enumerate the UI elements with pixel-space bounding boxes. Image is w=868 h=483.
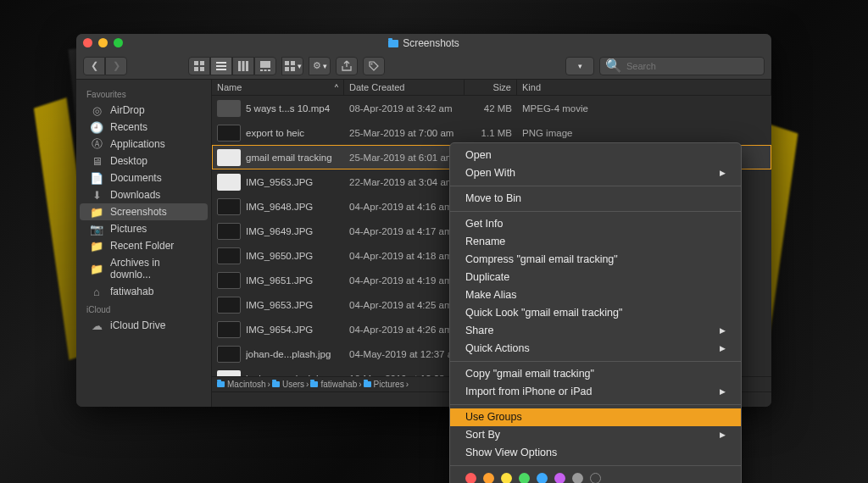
sidebar-item-recent-folder[interactable]: 📁Recent Folder bbox=[80, 237, 208, 254]
menu-item-copy-gmail-email-tracking[interactable]: Copy "gmail email tracking" bbox=[450, 365, 741, 383]
gallery-view-button[interactable] bbox=[254, 57, 276, 75]
sidebar-item-screenshots[interactable]: 📁Screenshots bbox=[80, 203, 208, 220]
arrange-button[interactable]: ▾ bbox=[281, 57, 303, 75]
menu-item-label: Quick Look "gmail email tracking" bbox=[465, 306, 622, 320]
menu-item-label: Rename bbox=[465, 235, 505, 249]
svg-point-18 bbox=[371, 63, 373, 64]
search-input[interactable] bbox=[626, 61, 759, 71]
minimize-button[interactable] bbox=[98, 38, 108, 47]
menu-item-move-to-bin[interactable]: Move to Bin bbox=[450, 190, 741, 208]
action-button[interactable]: ⚙▾ bbox=[309, 57, 331, 75]
sidebar-item-airdrop[interactable]: ◎AirDrop bbox=[80, 102, 208, 119]
table-row[interactable]: export to heic25-Mar-2019 at 7:00 am1.1 … bbox=[212, 120, 771, 145]
sidebar-item-archives-in-downlo-[interactable]: 📁Archives in downlo... bbox=[80, 254, 208, 283]
svg-rect-11 bbox=[260, 69, 263, 71]
menu-item-open-with[interactable]: Open With bbox=[450, 164, 741, 182]
menu-item-label: Move to Bin bbox=[465, 192, 521, 206]
sidebar-item-label: AirDrop bbox=[110, 104, 145, 116]
menu-item-quick-actions[interactable]: Quick Actions bbox=[450, 340, 741, 358]
pictures-icon: 📷 bbox=[90, 223, 103, 235]
column-name[interactable]: Name^ bbox=[212, 80, 344, 95]
menu-item-compress-gmail-email-tracking[interactable]: Compress "gmail email tracking" bbox=[450, 251, 741, 269]
menu-item-make-alias[interactable]: Make Alias bbox=[450, 286, 741, 304]
file-name: johan-de...plash.jpg bbox=[246, 349, 331, 359]
menu-item-rename[interactable]: Rename bbox=[450, 233, 741, 251]
svg-rect-14 bbox=[285, 61, 289, 65]
folder-icon bbox=[364, 381, 371, 387]
menu-item-label: Show View Options bbox=[465, 446, 557, 460]
menu-item-show-view-options[interactable]: Show View Options bbox=[450, 444, 741, 462]
svg-rect-15 bbox=[291, 61, 295, 65]
svg-rect-7 bbox=[238, 61, 241, 71]
sidebar-item-label: Pictures bbox=[110, 223, 147, 235]
column-date[interactable]: Date Created bbox=[344, 80, 465, 95]
menu-separator bbox=[450, 211, 741, 212]
menu-item-label: Copy "gmail email tracking" bbox=[465, 367, 594, 381]
nav-buttons: ❮ ❯ bbox=[83, 57, 127, 75]
menu-item-quick-look-gmail-email-tracking[interactable]: Quick Look "gmail email tracking" bbox=[450, 304, 741, 322]
sidebar-item-label: Desktop bbox=[110, 155, 147, 167]
svg-rect-17 bbox=[291, 67, 295, 71]
folder-icon: 📁 bbox=[90, 240, 103, 252]
file-thumbnail bbox=[217, 198, 241, 215]
file-date: 08-Apr-2019 at 3:42 am bbox=[344, 103, 465, 114]
svg-rect-2 bbox=[194, 67, 198, 71]
sidebar-item-documents[interactable]: 📄Documents bbox=[80, 169, 208, 186]
sidebar-item-desktop[interactable]: 🖥Desktop bbox=[80, 153, 208, 169]
menu-item-use-groups[interactable]: Use Groups bbox=[450, 408, 741, 426]
file-date: 25-Mar-2019 at 7:00 am bbox=[344, 128, 465, 138]
breadcrumb[interactable]: fatiwahab bbox=[310, 380, 357, 389]
menu-item-share[interactable]: Share bbox=[450, 322, 741, 340]
tag-color[interactable] bbox=[465, 473, 476, 483]
tag-color[interactable] bbox=[554, 473, 565, 483]
tag-color[interactable] bbox=[483, 473, 494, 483]
column-view-button[interactable] bbox=[232, 57, 254, 75]
sidebar-item-recents[interactable]: 🕘Recents bbox=[80, 119, 208, 136]
share-button[interactable] bbox=[336, 57, 358, 75]
tag-icon bbox=[368, 60, 380, 72]
recents-icon: 🕘 bbox=[90, 121, 103, 133]
breadcrumb-separator: › bbox=[306, 380, 309, 389]
menu-item-label: Sort By bbox=[465, 428, 500, 442]
file-thumbnail bbox=[217, 247, 241, 264]
menu-item-label: Quick Actions bbox=[465, 341, 530, 356]
list-view-button[interactable] bbox=[210, 57, 232, 75]
file-name: IMG_9651.JPG bbox=[246, 275, 313, 286]
menu-item-duplicate[interactable]: Duplicate bbox=[450, 269, 741, 286]
tag-color[interactable] bbox=[501, 473, 512, 483]
file-thumbnail bbox=[217, 174, 241, 191]
tag-color[interactable] bbox=[537, 473, 548, 483]
back-button[interactable]: ❮ bbox=[83, 57, 105, 75]
sidebar-item-icloud-drive[interactable]: ☁iCloud Drive bbox=[80, 317, 208, 334]
dropdown-button[interactable]: ▾ bbox=[565, 57, 594, 75]
sidebar-item-fatiwahab[interactable]: ⌂fatiwahab bbox=[80, 283, 208, 300]
tags-button[interactable] bbox=[363, 57, 385, 75]
file-kind: PNG image bbox=[517, 128, 771, 138]
sidebar-item-label: Recents bbox=[110, 121, 147, 133]
breadcrumb[interactable]: Pictures bbox=[364, 380, 404, 389]
menu-item-get-info[interactable]: Get Info bbox=[450, 215, 741, 233]
folder-icon bbox=[272, 381, 280, 387]
file-kind: MPEG-4 movie bbox=[517, 103, 771, 114]
icon-view-button[interactable] bbox=[188, 57, 210, 75]
sidebar-item-applications[interactable]: ⒶApplications bbox=[80, 136, 208, 153]
sidebar-item-pictures[interactable]: 📷Pictures bbox=[80, 220, 208, 237]
tag-color[interactable] bbox=[572, 473, 583, 483]
column-kind[interactable]: Kind bbox=[517, 80, 771, 95]
forward-button[interactable]: ❯ bbox=[105, 57, 127, 75]
search-field[interactable]: 🔍 bbox=[599, 57, 765, 75]
tag-color[interactable] bbox=[519, 473, 530, 483]
table-row[interactable]: 5 ways t...s 10.mp408-Apr-2019 at 3:42 a… bbox=[212, 96, 771, 120]
menu-item-sort-by[interactable]: Sort By bbox=[450, 426, 741, 444]
breadcrumb[interactable]: Macintosh bbox=[217, 380, 266, 389]
menu-item-import-from-iphone-or-ipad[interactable]: Import from iPhone or iPad bbox=[450, 383, 741, 401]
zoom-button[interactable] bbox=[114, 38, 123, 47]
file-name: IMG_9653.JPG bbox=[246, 300, 313, 310]
sidebar-item-downloads[interactable]: ⬇Downloads bbox=[80, 186, 208, 203]
file-date: 25-Mar-2019 at 6:01 am bbox=[344, 153, 465, 163]
close-button[interactable] bbox=[83, 38, 92, 47]
breadcrumb[interactable]: Users bbox=[272, 380, 304, 389]
tag-none[interactable] bbox=[590, 473, 601, 483]
menu-item-open[interactable]: Open bbox=[450, 147, 741, 164]
column-size[interactable]: Size bbox=[465, 80, 517, 95]
